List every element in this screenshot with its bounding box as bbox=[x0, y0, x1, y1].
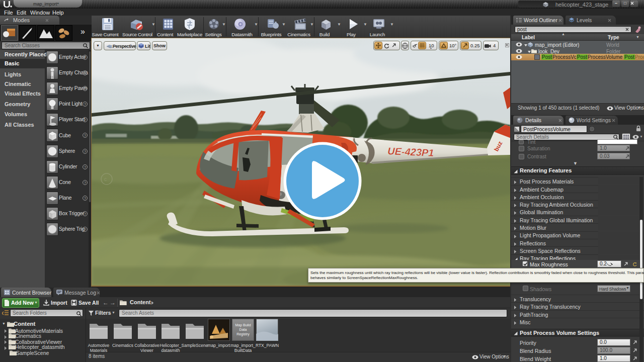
svg-text:c: c bbox=[104, 176, 107, 182]
svg-text:UE-423P1: UE-423P1 bbox=[387, 145, 434, 158]
